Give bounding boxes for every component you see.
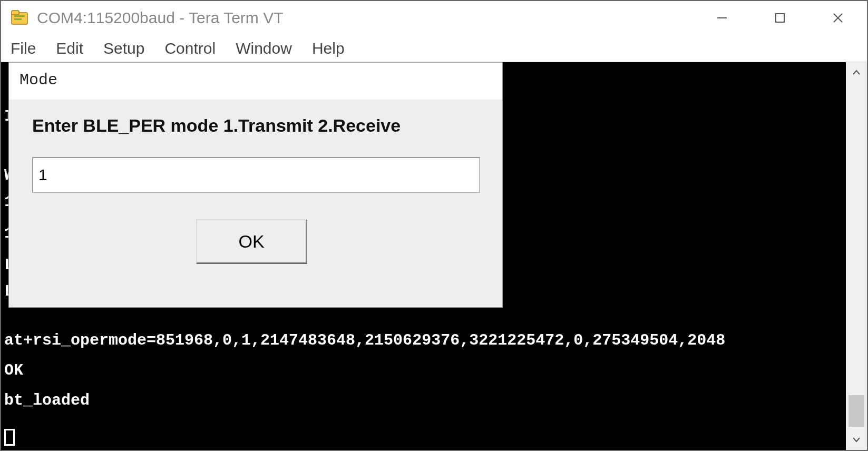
scrollbar-thumb[interactable] (849, 395, 864, 427)
menu-file[interactable]: File (11, 40, 36, 57)
mode-dialog: Mode Enter BLE_PER mode 1.Transmit 2.Rec… (8, 62, 503, 308)
scroll-up-icon[interactable] (846, 62, 867, 83)
mode-input[interactable] (32, 157, 480, 193)
window-title: COM4:115200baud - Tera Term VT (37, 9, 283, 27)
dialog-title: Mode (9, 63, 502, 100)
scroll-down-icon[interactable] (846, 429, 867, 450)
svg-rect-2 (14, 15, 25, 17)
terminal-line: bt_loaded (4, 386, 841, 416)
app-window: COM4:115200baud - Tera Term VT File Edit… (0, 0, 868, 451)
terminal-line: at+rsi_opermode=851968,0,1,2147483648,21… (4, 326, 841, 356)
scrollbar-track[interactable] (846, 83, 867, 395)
maximize-button[interactable] (751, 1, 809, 35)
ok-button[interactable]: OK (196, 219, 307, 263)
minimize-button[interactable] (693, 1, 751, 35)
terminal-output: at+rsi_opermode=851968,0,1,2147483648,21… (4, 326, 841, 446)
terminal-line: OK (4, 356, 841, 386)
svg-rect-3 (14, 18, 22, 20)
terminal-cursor-icon (4, 429, 15, 446)
titlebar: COM4:115200baud - Tera Term VT (1, 1, 867, 35)
vertical-scrollbar[interactable] (846, 62, 867, 450)
svg-rect-5 (776, 14, 784, 22)
menu-edit[interactable]: Edit (56, 40, 83, 57)
close-button[interactable] (809, 1, 867, 35)
menu-control[interactable]: Control (164, 40, 216, 57)
menu-help[interactable]: Help (312, 40, 345, 57)
dialog-prompt: Enter BLE_PER mode 1.Transmit 2.Receive (30, 115, 481, 136)
terminal-area[interactable]: I W 1 1 L L at+rsi_opermode=851968,0,1,2… (1, 62, 867, 450)
terminal-cursor-line (4, 416, 841, 446)
svg-rect-1 (12, 11, 19, 15)
menu-setup[interactable]: Setup (103, 40, 144, 57)
app-icon (11, 8, 30, 27)
menu-window[interactable]: Window (236, 40, 292, 57)
dialog-body: Enter BLE_PER mode 1.Transmit 2.Receive … (9, 100, 502, 307)
menubar: File Edit Setup Control Window Help (1, 35, 867, 62)
